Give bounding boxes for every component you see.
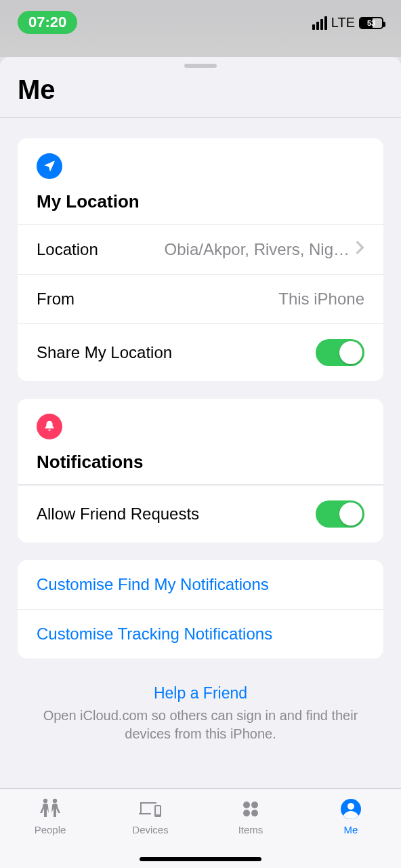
section-title: My Location xyxy=(37,191,364,212)
location-row[interactable]: Location Obia/Akpor, Rivers, Nig… xyxy=(18,224,383,274)
row-value: Obia/Akpor, Rivers, Nig… xyxy=(98,240,350,259)
tab-label: Me xyxy=(344,824,358,835)
share-location-row: Share My Location xyxy=(18,323,383,381)
section-title: Notifications xyxy=(37,452,364,473)
svg-point-0 xyxy=(43,799,47,803)
share-location-toggle[interactable] xyxy=(316,339,364,366)
row-label: Share My Location xyxy=(37,343,172,362)
items-icon xyxy=(237,797,264,821)
tab-me[interactable]: Me xyxy=(301,789,401,868)
tab-people[interactable]: People xyxy=(0,789,100,868)
link-label: Customise Find My Notifications xyxy=(37,575,269,594)
svg-point-6 xyxy=(243,810,250,816)
tab-devices[interactable]: Devices xyxy=(100,789,200,868)
row-label: Allow Friend Requests xyxy=(37,505,199,524)
chevron-right-icon xyxy=(355,240,364,259)
link-label: Customise Tracking Notifications xyxy=(37,625,272,644)
svg-point-5 xyxy=(251,802,258,808)
row-value: This iPhone xyxy=(75,290,364,309)
person-circle-icon xyxy=(337,797,364,821)
time-pill[interactable]: 07:20 xyxy=(18,11,77,34)
my-location-group: My Location Location Obia/Akpor, Rivers,… xyxy=(18,138,383,381)
customise-tracking-button[interactable]: Customise Tracking Notifications xyxy=(18,609,383,658)
cellular-bars-icon xyxy=(312,16,327,30)
friend-requests-toggle[interactable] xyxy=(316,500,364,528)
tab-label: Items xyxy=(238,824,263,835)
devices-icon xyxy=(137,797,164,821)
battery-icon: 53 xyxy=(359,17,383,29)
from-row[interactable]: From This iPhone xyxy=(18,274,383,323)
my-location-header: My Location xyxy=(18,138,383,224)
help-text: Open iCloud.com so others can sign in an… xyxy=(20,707,381,743)
status-right: LTE 53 xyxy=(312,15,383,31)
bell-icon xyxy=(37,414,62,439)
svg-point-7 xyxy=(251,810,258,816)
people-icon xyxy=(37,797,64,821)
divider xyxy=(0,117,401,118)
friend-requests-row: Allow Friend Requests xyxy=(18,485,383,542)
notification-links-group: Customise Find My Notifications Customis… xyxy=(18,560,383,658)
row-label: Location xyxy=(37,240,98,259)
notifications-header: Notifications xyxy=(18,399,383,485)
location-arrow-icon xyxy=(37,153,62,179)
svg-point-9 xyxy=(347,803,354,810)
customise-findmy-button[interactable]: Customise Find My Notifications xyxy=(18,560,383,609)
svg-point-4 xyxy=(243,802,250,808)
page-title: Me xyxy=(0,68,401,117)
me-sheet[interactable]: Me My Location Location Obia/Akpor, Rive… xyxy=(0,57,401,788)
tab-items[interactable]: Items xyxy=(200,789,301,868)
svg-rect-3 xyxy=(156,806,160,814)
svg-point-1 xyxy=(53,799,57,803)
network-type: LTE xyxy=(331,15,355,31)
tab-label: People xyxy=(35,824,66,835)
notifications-group: Notifications Allow Friend Requests xyxy=(18,399,383,542)
help-a-friend-link[interactable]: Help a Friend xyxy=(20,684,381,703)
help-a-friend-block[interactable]: Help a Friend Open iCloud.com so others … xyxy=(0,658,401,770)
home-indicator[interactable] xyxy=(140,857,261,861)
tab-label: Devices xyxy=(132,824,168,835)
tab-bar: People Devices Items Me xyxy=(0,788,401,868)
row-label: From xyxy=(37,290,75,309)
status-bar: 07:20 LTE 53 xyxy=(0,0,401,57)
